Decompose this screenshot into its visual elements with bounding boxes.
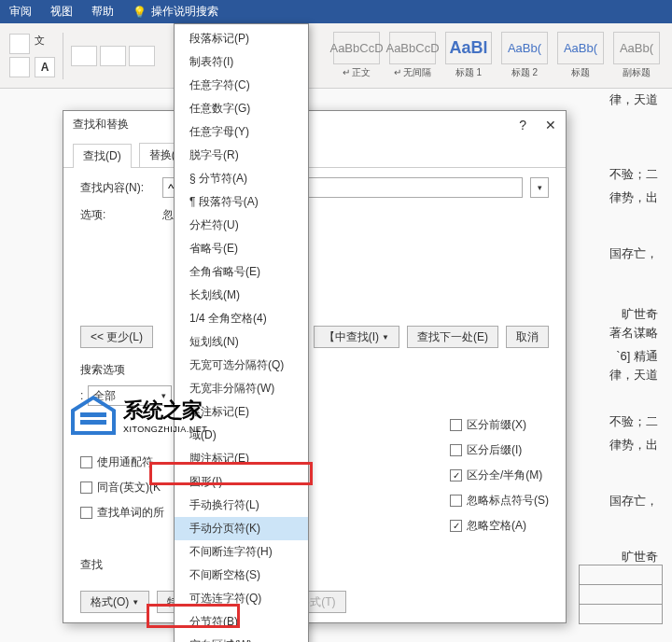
find-replace-dialog: 查找和替换 ? ✕ 查找(D) 替换(P 查找内容(N): ▾ 选项: 忽 <<… xyxy=(63,110,567,623)
checkbox-icon xyxy=(450,520,462,532)
checkbox-option[interactable]: 使用通配符 xyxy=(80,454,164,470)
checkbox-option[interactable]: 区分前缀(X) xyxy=(450,417,549,433)
tab-help[interactable]: 帮助 xyxy=(91,4,114,20)
checkbox-option[interactable]: 区分后缀(I) xyxy=(450,442,549,458)
style-thumbnail: AaBbCcD xyxy=(389,32,436,64)
style-thumbnail: AaBbCcD xyxy=(333,32,380,64)
help-icon[interactable]: ? xyxy=(519,118,526,133)
style-thumbnail: AaBb( xyxy=(557,32,604,64)
style-item[interactable]: AaBbCcD↵ 正文 xyxy=(330,29,383,82)
special-menu-item[interactable]: 段落标记(P) xyxy=(175,27,308,50)
ribbon-group-list xyxy=(71,46,155,66)
style-thumbnail: AaBb( xyxy=(501,32,548,64)
chevron-down-icon: ▼ xyxy=(382,333,389,342)
checkbox-icon xyxy=(450,469,462,482)
doc-text: 著名谋略 xyxy=(609,322,658,343)
special-menu-item[interactable]: 无宽非分隔符(W) xyxy=(175,377,308,400)
special-menu-item[interactable]: 不间断连字符(H) xyxy=(175,540,308,564)
checkbox-option[interactable]: 忽略标点符号(S) xyxy=(450,493,549,509)
checkbox-icon xyxy=(80,456,92,468)
special-menu-item[interactable]: 任意数字(G) xyxy=(175,97,308,120)
bullet-list-icon[interactable] xyxy=(71,46,97,66)
doc-text: 国存亡， xyxy=(609,490,658,511)
style-item[interactable]: AaBl标题 1 xyxy=(442,29,495,82)
ribbon-icon[interactable]: A xyxy=(35,57,55,77)
special-menu-item[interactable]: 脚注标记(E) xyxy=(175,447,308,470)
special-menu-item[interactable]: 脱字号(R) xyxy=(175,144,308,167)
tab-review[interactable]: 审阅 xyxy=(9,4,32,20)
checkbox-icon xyxy=(450,495,462,507)
chevron-down-icon: ▾ xyxy=(538,183,542,192)
special-menu-item[interactable]: 分节符(B) xyxy=(175,610,308,634)
options-value: 忽 xyxy=(162,207,174,223)
style-label: 标题 2 xyxy=(511,66,538,79)
special-menu-item[interactable]: ¶ 段落符号(A) xyxy=(175,190,308,214)
dialog-title: 查找和替换 xyxy=(73,117,129,133)
special-menu-item[interactable]: 空白区域(W) xyxy=(175,634,308,642)
style-label: ↵ 正文 xyxy=(343,66,371,79)
special-menu-item[interactable]: 手动分页符(K) xyxy=(175,517,308,540)
checkbox-label: 忽略标点符号(S) xyxy=(467,493,549,509)
special-menu-item[interactable]: 无宽可选分隔符(Q) xyxy=(175,354,308,377)
dialog-tabs: 查找(D) 替换(P xyxy=(63,143,566,168)
checkbox-option[interactable]: 区分全/半角(M) xyxy=(450,468,549,483)
special-menu-item[interactable]: 任意字母(Y) xyxy=(175,120,308,144)
doc-table xyxy=(579,565,663,623)
dialog-titlebar: 查找和替换 ? ✕ xyxy=(63,111,566,138)
checkbox-label: 区分全/半角(M) xyxy=(467,468,542,483)
checkbox-option[interactable]: 忽略空格(A) xyxy=(450,518,549,534)
find-content-dropdown[interactable]: ▾ xyxy=(530,177,549,198)
ribbon-icon[interactable]: 文 xyxy=(35,34,55,54)
checks-right-column: 区分前缀(X)区分后缀(I)区分全/半角(M)忽略标点符号(S)忽略空格(A) xyxy=(450,417,549,534)
special-menu-item[interactable]: 可选连字符(Q) xyxy=(175,587,308,610)
special-format-menu: 段落标记(P)制表符(I)任意字符(C)任意数字(G)任意字母(Y)脱字号(R)… xyxy=(174,23,309,642)
special-menu-item[interactable]: 长划线(M) xyxy=(175,284,308,307)
doc-text: 律势，出 xyxy=(609,187,658,208)
style-item[interactable]: AaBb(标题 xyxy=(554,29,607,82)
multilevel-list-icon[interactable] xyxy=(129,46,155,66)
styles-gallery[interactable]: AaBbCcD↵ 正文AaBbCcD↵ 无间隔AaBl标题 1AaBb(标题 2… xyxy=(330,29,663,82)
ribbon-icon[interactable] xyxy=(9,57,30,77)
style-item[interactable]: AaBb(标题 2 xyxy=(498,29,551,82)
close-icon[interactable]: ✕ xyxy=(545,118,556,133)
chevron-down-icon: ▼ xyxy=(132,598,139,607)
special-menu-item[interactable]: § 分节符(A) xyxy=(175,167,308,190)
style-label: 标题 1 xyxy=(455,66,482,79)
checkbox-option[interactable]: 查找单词的所 xyxy=(80,505,164,521)
special-menu-item[interactable]: 短划线(N) xyxy=(175,330,308,354)
style-item[interactable]: AaBbCcD↵ 无间隔 xyxy=(386,29,439,82)
style-label: 副标题 xyxy=(623,66,651,79)
format-button[interactable]: 格式(O)▼ xyxy=(80,591,149,613)
checkbox-label: 忽略空格(A) xyxy=(467,518,526,534)
style-thumbnail: AaBl xyxy=(445,32,492,64)
style-label: ↵ 无间隔 xyxy=(394,66,432,79)
special-menu-item[interactable]: 制表符(I) xyxy=(175,50,308,74)
ribbon-separator xyxy=(63,33,63,79)
special-menu-item[interactable]: 省略号(E) xyxy=(175,237,308,260)
numbered-list-icon[interactable] xyxy=(100,46,126,66)
special-menu-item[interactable]: 域(D) xyxy=(175,424,308,447)
special-menu-item[interactable]: 图形(I) xyxy=(175,470,308,494)
tab-view[interactable]: 视图 xyxy=(50,4,73,20)
special-menu-item[interactable]: 尾注标记(E) xyxy=(175,400,308,424)
find-next-button[interactable]: 查找下一处(E) xyxy=(407,326,498,348)
tell-me[interactable]: 💡 操作说明搜索 xyxy=(133,4,218,20)
special-menu-item[interactable]: 任意字符(C) xyxy=(175,74,308,97)
style-item[interactable]: AaBb(副标题 xyxy=(610,29,663,82)
less-button[interactable]: << 更少(L) xyxy=(80,326,153,348)
checkbox-icon xyxy=(450,444,462,456)
special-menu-item[interactable]: 全角省略号(E) xyxy=(175,260,308,284)
special-menu-item[interactable]: 1/4 全角空格(4) xyxy=(175,307,308,330)
find-in-button[interactable]: 【中查找(I)▼ xyxy=(314,326,399,348)
ribbon-body: 文 A AaBbCcD↵ 正文AaBbCcD↵ 无间隔AaBl标题 1AaBb(… xyxy=(0,23,672,89)
find-content-label: 查找内容(N): xyxy=(80,180,155,196)
ribbon-icon[interactable] xyxy=(9,34,30,54)
checkbox-option[interactable]: 同音(英文)(K xyxy=(80,480,164,495)
special-menu-item[interactable]: 分栏符(U) xyxy=(175,214,308,237)
tab-find[interactable]: 查找(D) xyxy=(73,144,132,168)
search-direction-select[interactable]: 全部 ▾ xyxy=(88,385,172,406)
special-menu-item[interactable]: 不间断空格(S) xyxy=(175,564,308,587)
special-menu-item[interactable]: 手动换行符(L) xyxy=(175,494,308,517)
checkbox-label: 同音(英文)(K xyxy=(97,480,161,495)
cancel-button[interactable]: 取消 xyxy=(506,326,549,348)
